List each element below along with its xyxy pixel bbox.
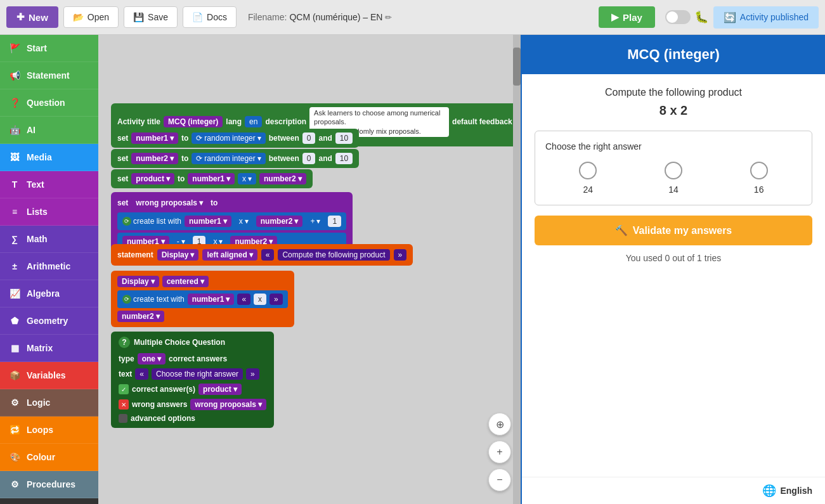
sidebar-item-start[interactable]: 🚩 Start	[0, 35, 98, 62]
option-label-0: 24	[583, 184, 594, 195]
type-dropdown[interactable]: one▾	[138, 353, 166, 365]
sidebar-item-procedures[interactable]: ⚙ Procedures	[0, 471, 98, 498]
toggle-knob	[666, 11, 678, 23]
filename-area: Filename: QCM (numérique) – EN ✏	[248, 12, 594, 22]
choose-right-answer-text[interactable]: Choose the right answer	[152, 368, 243, 380]
radio-2[interactable]	[750, 162, 768, 179]
sidebar-item-geometry[interactable]: ⬟ Geometry	[0, 307, 98, 335]
num1-in-list[interactable]: number1▾	[185, 216, 231, 227]
option-label-1: 14	[668, 184, 679, 195]
number2-ref[interactable]: number2▾	[259, 173, 306, 184]
centered-dropdown[interactable]: centered▾	[162, 276, 209, 287]
open-button[interactable]: 📂 Open	[63, 6, 119, 28]
one-val[interactable]: 1	[328, 216, 341, 227]
sidebar-item-math[interactable]: ∑ Math	[0, 226, 98, 253]
random2-dropdown[interactable]: ⟳random integer▾	[192, 153, 265, 164]
save-icon: 💾	[133, 12, 144, 22]
preview-choose-label: Choose the right answer	[545, 141, 802, 152]
canvas-scrollbar[interactable]	[513, 35, 521, 504]
number2-min[interactable]: 0	[302, 153, 316, 164]
number1-min[interactable]: 0	[302, 132, 316, 144]
left-aligned-dropdown[interactable]: left aligned▾	[202, 249, 257, 261]
set-product-block: set product▾ to number1▾ x▾ number2▾	[111, 169, 313, 188]
preview-body: Compute the following product 8 x 2 Choo…	[522, 74, 825, 477]
statement-display1-block: statement Display▾ left aligned▾ « Compu…	[111, 244, 413, 266]
sidebar-item-algebra[interactable]: 📈 Algebra	[0, 280, 98, 307]
flag-icon: 🚩	[8, 41, 22, 55]
plus-icon: ✚	[16, 11, 25, 23]
number1-ref[interactable]: number1▾	[188, 173, 235, 184]
globe-icon: 🌐	[762, 484, 776, 498]
plus-op[interactable]: +▾	[306, 216, 325, 227]
sidebar-item-variables[interactable]: 📦 Variables	[0, 362, 98, 389]
x-op2[interactable]: x▾	[235, 216, 253, 227]
toolbar: ✚ New 📂 Open 💾 Save 📄 Docs Filename: QCM…	[0, 0, 825, 35]
num1-create-text[interactable]: number1▾	[188, 294, 235, 305]
sidebar-item-arithmetic[interactable]: ± Arithmetic	[0, 253, 98, 280]
play-button[interactable]: ▶ Play	[599, 6, 655, 28]
random-dropdown[interactable]: ⟳random integer▾	[192, 132, 265, 144]
radio-1[interactable]	[665, 162, 682, 179]
new-button[interactable]: ✚ New	[6, 6, 58, 28]
zoom-out-button[interactable]: −	[488, 468, 511, 491]
product-correct-dropdown[interactable]: product▾	[198, 384, 242, 395]
number1-max[interactable]: 10	[335, 132, 353, 144]
product-dropdown[interactable]: product▾	[131, 173, 174, 184]
target-button[interactable]: ⊕	[488, 413, 511, 436]
sidebar-item-media[interactable]: 🖼 Media	[0, 144, 98, 171]
preview-option-1[interactable]: 14	[665, 162, 682, 195]
compute-text[interactable]: Compute the following product	[278, 249, 389, 261]
preview-language: English	[780, 486, 812, 496]
hammer-icon: 🔨	[615, 224, 628, 236]
docs-button[interactable]: 📄 Docs	[183, 6, 237, 28]
sidebar-item-ai[interactable]: 🤖 AI	[0, 117, 98, 144]
option-label-2: 16	[754, 184, 764, 195]
x-val[interactable]: x	[254, 294, 266, 305]
bug-icon[interactable]: 🐛	[694, 10, 708, 24]
edit-icon[interactable]: ✏	[385, 13, 392, 22]
x-op[interactable]: x▾	[238, 173, 256, 184]
preview-option-0[interactable]: 24	[579, 162, 597, 195]
published-button[interactable]: 🔄 Activity published	[713, 6, 819, 29]
mcq-open-quote: «	[135, 368, 148, 380]
sidebar-item-colour[interactable]: 🎨 Colour	[0, 444, 98, 471]
canvas-scrollbar-thumb[interactable]	[513, 48, 521, 86]
sidebar-item-question[interactable]: ❓ Question	[0, 89, 98, 117]
number2-max[interactable]: 10	[335, 153, 353, 164]
sidebar-item-loops[interactable]: 🔁 Loops	[0, 417, 98, 444]
preview-footer: 🌐 English	[522, 477, 825, 504]
question-icon: ❓	[8, 96, 22, 110]
preview-title: MCQ (integer)	[522, 35, 825, 74]
play-icon: ▶	[611, 11, 619, 23]
preview-option-2[interactable]: 16	[750, 162, 768, 195]
colour-icon: 🎨	[8, 450, 22, 464]
lang-value[interactable]: en	[245, 116, 262, 127]
preview-panel: MCQ (integer) Compute the following prod…	[521, 35, 825, 504]
geometry-icon: ⬟	[8, 314, 22, 328]
wrong-proposals-dropdown[interactable]: wrong proposals▾	[131, 197, 207, 209]
sidebar-item-text[interactable]: T Text	[0, 171, 98, 198]
sidebar-item-matrix[interactable]: ▦ Matrix	[0, 335, 98, 362]
close-quote1: »	[394, 249, 407, 261]
number1-dropdown[interactable]: number1▾	[131, 132, 178, 144]
radio-0[interactable]	[579, 162, 597, 179]
save-button[interactable]: 💾 Save	[124, 6, 178, 28]
validate-button[interactable]: 🔨 Validate my answers	[535, 216, 812, 245]
toggle-switch[interactable]	[665, 10, 691, 24]
logic-icon: ⚙	[8, 396, 22, 410]
activity-title-value[interactable]: MCQ (integer)	[164, 116, 223, 127]
display2-dropdown[interactable]: Display▾	[117, 276, 159, 287]
display-dropdown[interactable]: Display▾	[157, 249, 199, 261]
sidebar-item-lists[interactable]: ≡ Lists	[0, 198, 98, 226]
open-quote2: «	[237, 294, 250, 305]
open-quote1: «	[261, 249, 275, 261]
correct-check: ✓	[119, 384, 129, 394]
wrong-proposals-ref-dropdown[interactable]: wrong proposals▾	[190, 399, 266, 410]
canvas-area[interactable]: Activity title MCQ (integer) lang en des…	[98, 35, 521, 504]
sidebar-item-logic[interactable]: ⚙ Logic	[0, 389, 98, 417]
num2-in-list[interactable]: number2▾	[256, 216, 303, 227]
num2-create-text[interactable]: number2▾	[117, 311, 164, 322]
sidebar-item-statement[interactable]: 📢 Statement	[0, 62, 98, 89]
number2-dropdown[interactable]: number2▾	[131, 153, 178, 164]
zoom-in-button[interactable]: +	[488, 441, 511, 463]
